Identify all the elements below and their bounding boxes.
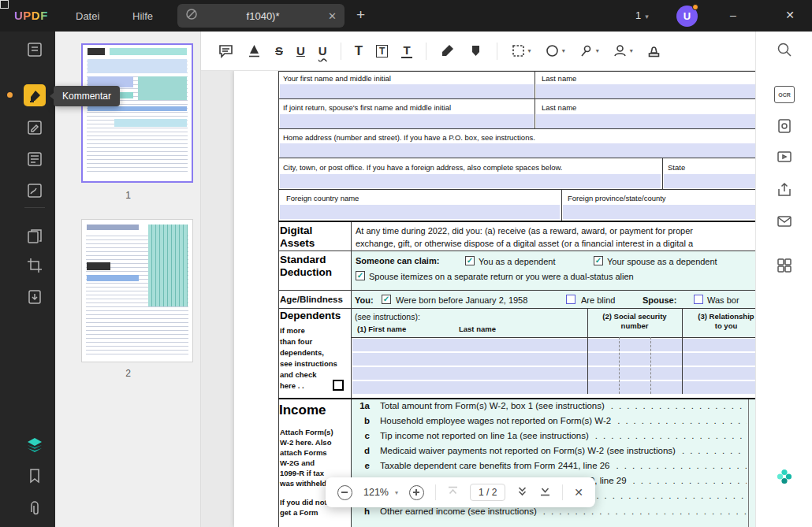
thumbnail-decoration [110, 48, 187, 55]
foreign-province-input[interactable] [563, 205, 755, 219]
toolbar-divider [497, 43, 497, 60]
squiggly-underline-icon[interactable]: U [318, 44, 327, 58]
window-minimize-button[interactable]: – [725, 9, 741, 21]
section-label-standard-deduction: Standard Deduction [280, 254, 332, 279]
comment-tool-icon[interactable] [218, 43, 233, 58]
close-zoombar-button[interactable]: ✕ [574, 486, 583, 499]
zoom-level[interactable]: 121% [363, 487, 389, 498]
select-area-tool-icon[interactable]: ▾ [511, 43, 531, 58]
menu-datei[interactable]: Datei [76, 10, 99, 22]
checkbox-born-before-1958[interactable]: ✓ [382, 295, 391, 304]
thumbnail-decoration [87, 262, 110, 270]
age-you-label: You: [355, 295, 374, 305]
spouse-last-name-input[interactable] [536, 114, 755, 128]
window-maximize-button[interactable] [0, 0, 9, 9]
checkbox-you-dependent[interactable]: ✓ [465, 256, 475, 265]
zoom-in-button[interactable] [409, 485, 424, 500]
form-dashed-line [619, 337, 620, 394]
updf-logo: UPDF [14, 9, 48, 22]
first-name-input[interactable] [280, 84, 534, 98]
highlighter-icon[interactable] [247, 43, 262, 58]
pdf-viewer[interactable]: Your first name and middle initial Last … [201, 71, 755, 527]
sidebar-divider [24, 207, 45, 208]
scan-icon[interactable] [776, 117, 793, 135]
new-tab-button[interactable]: + [356, 6, 365, 24]
zoombar-divider [562, 484, 563, 500]
checkbox-spouse-dependent[interactable]: ✓ [594, 256, 603, 265]
dependent-row-input[interactable] [352, 367, 755, 380]
checkbox-more-than-four-dependents[interactable] [333, 380, 344, 391]
dot-leader: ........................................… [543, 507, 747, 516]
reader-icon[interactable] [26, 150, 43, 168]
signature-tool-icon[interactable]: ▾ [613, 43, 633, 58]
edit-icon[interactable] [26, 119, 43, 136]
chevron-down-icon: ▾ [528, 47, 531, 54]
extract-icon[interactable] [26, 288, 43, 306]
mail-icon[interactable] [776, 213, 793, 230]
zoom-out-button[interactable] [337, 485, 352, 500]
document-tab[interactable]: f1040)* ✕ [177, 4, 345, 28]
checkbox-spouse-born[interactable] [694, 295, 703, 304]
double-chevron-down-icon[interactable] [516, 485, 528, 500]
sticky-note-icon[interactable] [26, 41, 43, 58]
home-address-input[interactable] [280, 143, 755, 158]
tab-close-icon[interactable]: ✕ [328, 10, 337, 22]
someone-can-claim-label: Someone can claim: [356, 256, 439, 265]
city-input[interactable] [280, 174, 661, 188]
page-indicator[interactable]: 1 / 2 [470, 484, 505, 501]
page-thumbnail-1[interactable] [81, 43, 193, 183]
field-label: State [668, 163, 685, 172]
scroll-to-top-button[interactable] [447, 485, 459, 500]
dependent-row-input[interactable] [352, 339, 755, 351]
checkbox-are-blind[interactable] [566, 295, 575, 304]
form-line [748, 399, 749, 527]
income-line-1a: 1a Total amount from Form(s) W-2, box 1 … [354, 401, 747, 410]
underline-icon[interactable]: U [296, 44, 305, 58]
checkbox-spouse-itemizes[interactable]: ✓ [356, 271, 365, 280]
scroll-to-bottom-button[interactable] [539, 485, 551, 500]
search-icon[interactable] [776, 41, 793, 58]
ai-assistant-icon[interactable] [776, 468, 793, 485]
apps-grid-icon[interactable] [776, 257, 793, 274]
age-spouse-label: Spouse: [643, 295, 676, 305]
comment-icon[interactable] [24, 84, 46, 106]
share-icon[interactable] [776, 181, 793, 199]
bookmark-icon[interactable] [26, 467, 43, 484]
attachment-icon[interactable] [26, 499, 43, 517]
marker-tool-icon[interactable] [468, 43, 483, 58]
slideshow-icon[interactable] [776, 149, 793, 166]
dot-leader: ........................................… [682, 446, 747, 455]
last-name-input[interactable] [536, 84, 755, 98]
line-text: Household employee wages not reported on… [380, 416, 611, 425]
organize-pages-icon[interactable] [26, 228, 43, 245]
form-line [561, 189, 562, 221]
stamp-tool-icon[interactable] [646, 43, 661, 58]
foreign-country-input[interactable] [280, 205, 560, 219]
chevron-down-icon[interactable]: ▾ [395, 489, 398, 496]
fill-sign-icon[interactable] [26, 182, 43, 199]
window-close-button[interactable]: ✕ [782, 9, 798, 21]
titlebar: UPDF Datei Hilfe f1040)* ✕ + 1▾ U – ✕ [0, 0, 812, 32]
text-tool-icon[interactable]: T [355, 43, 363, 59]
updf-app-window: UPDF Datei Hilfe f1040)* ✕ + 1▾ U – ✕ [0, 0, 812, 527]
crop-icon[interactable] [26, 257, 43, 274]
spouse-first-name-input[interactable] [280, 114, 534, 128]
dependents-col2-header: (2) Social security number [587, 312, 682, 331]
page-thumbnail-2[interactable] [81, 219, 193, 362]
menu-hilfe[interactable]: Hilfe [132, 10, 153, 22]
annotation-count-dropdown[interactable]: 1▾ [635, 9, 649, 21]
state-input[interactable] [664, 174, 755, 188]
pen-tool-icon[interactable] [440, 43, 455, 58]
text-box-tool-icon[interactable]: T [376, 45, 388, 58]
form-line [278, 221, 755, 222]
typewriter-tool-icon[interactable]: T [401, 43, 412, 58]
pin-tool-icon[interactable]: ▾ [579, 43, 599, 58]
ocr-icon[interactable]: OCR [774, 86, 795, 103]
checkbox-label: Your spouse as a dependent [607, 257, 717, 266]
layers-icon[interactable] [26, 436, 43, 453]
dependent-row-input[interactable] [352, 353, 755, 366]
form-line [587, 309, 588, 394]
strikethrough-icon[interactable]: S [275, 44, 283, 58]
shape-tool-icon[interactable]: ▾ [545, 43, 565, 58]
dependent-row-input[interactable] [352, 381, 755, 394]
